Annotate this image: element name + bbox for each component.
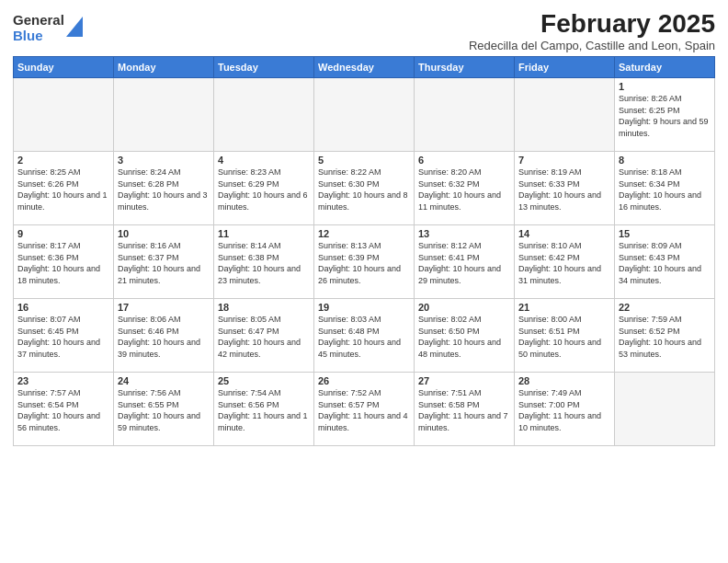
day-info: Sunrise: 7:54 AMSunset: 6:56 PMDaylight:…	[218, 388, 308, 432]
day-cell: 12 Sunrise: 8:13 AMSunset: 6:39 PMDaylig…	[314, 225, 415, 299]
empty-cell	[214, 78, 314, 152]
header-sunday: Sunday	[14, 57, 114, 78]
day-number: 4	[218, 155, 310, 166]
header-saturday: Saturday	[615, 57, 715, 78]
day-number: 6	[418, 155, 510, 166]
day-cell: 4 Sunrise: 8:23 AMSunset: 6:29 PMDayligh…	[214, 152, 314, 225]
calendar-row: 23 Sunrise: 7:57 AMSunset: 6:54 PMDaylig…	[14, 373, 715, 446]
day-info: Sunrise: 8:07 AMSunset: 6:45 PMDaylight:…	[17, 315, 100, 359]
day-cell: 15 Sunrise: 8:09 AMSunset: 6:43 PMDaylig…	[615, 225, 715, 299]
day-number: 14	[518, 228, 610, 239]
empty-cell	[14, 78, 114, 152]
calendar-row: 9 Sunrise: 8:17 AMSunset: 6:36 PMDayligh…	[14, 225, 715, 299]
day-info: Sunrise: 8:02 AMSunset: 6:50 PMDaylight:…	[418, 315, 501, 359]
day-info: Sunrise: 8:23 AMSunset: 6:29 PMDaylight:…	[218, 167, 308, 212]
day-number: 26	[318, 375, 410, 386]
day-cell: 9 Sunrise: 8:17 AMSunset: 6:36 PMDayligh…	[14, 225, 114, 299]
empty-cell	[515, 78, 615, 152]
day-number: 19	[318, 302, 410, 313]
day-cell: 22 Sunrise: 7:59 AMSunset: 6:52 PMDaylig…	[615, 299, 715, 373]
day-cell: 18 Sunrise: 8:05 AMSunset: 6:47 PMDaylig…	[214, 299, 314, 373]
day-info: Sunrise: 7:49 AMSunset: 7:00 PMDaylight:…	[518, 388, 601, 432]
day-info: Sunrise: 7:56 AMSunset: 6:55 PMDaylight:…	[118, 388, 200, 432]
day-cell: 26 Sunrise: 7:52 AMSunset: 6:57 PMDaylig…	[314, 373, 415, 446]
day-cell: 28 Sunrise: 7:49 AMSunset: 7:00 PMDaylig…	[515, 373, 615, 446]
empty-cell	[314, 78, 415, 152]
day-info: Sunrise: 7:51 AMSunset: 6:58 PMDaylight:…	[418, 388, 508, 432]
header: General Blue February 2025 Redecilla del…	[13, 9, 715, 52]
day-number: 3	[118, 155, 210, 166]
calendar-row: 2 Sunrise: 8:25 AMSunset: 6:26 PMDayligh…	[14, 152, 715, 225]
day-number: 11	[218, 228, 310, 239]
day-number: 25	[218, 375, 310, 386]
header-thursday: Thursday	[415, 57, 515, 78]
day-number: 18	[218, 302, 310, 313]
day-number: 21	[518, 302, 610, 313]
logo: General Blue	[13, 13, 83, 43]
day-info: Sunrise: 8:13 AMSunset: 6:39 PMDaylight:…	[318, 241, 401, 285]
calendar-row: 1 Sunrise: 8:26 AMSunset: 6:25 PMDayligh…	[14, 78, 715, 152]
day-cell: 27 Sunrise: 7:51 AMSunset: 6:58 PMDaylig…	[415, 373, 515, 446]
day-cell: 20 Sunrise: 8:02 AMSunset: 6:50 PMDaylig…	[415, 299, 515, 373]
day-cell: 19 Sunrise: 8:03 AMSunset: 6:48 PMDaylig…	[314, 299, 415, 373]
day-cell: 24 Sunrise: 7:56 AMSunset: 6:55 PMDaylig…	[114, 373, 214, 446]
month-title: February 2025	[469, 9, 715, 39]
empty-cell	[415, 78, 515, 152]
header-monday: Monday	[114, 57, 214, 78]
day-cell: 14 Sunrise: 8:10 AMSunset: 6:42 PMDaylig…	[515, 225, 615, 299]
header-friday: Friday	[515, 57, 615, 78]
day-cell: 25 Sunrise: 7:54 AMSunset: 6:56 PMDaylig…	[214, 373, 314, 446]
day-cell: 16 Sunrise: 8:07 AMSunset: 6:45 PMDaylig…	[14, 299, 114, 373]
day-cell: 17 Sunrise: 8:06 AMSunset: 6:46 PMDaylig…	[114, 299, 214, 373]
day-number: 22	[619, 302, 711, 313]
day-info: Sunrise: 8:17 AMSunset: 6:36 PMDaylight:…	[17, 241, 100, 285]
day-number: 17	[118, 302, 210, 313]
day-cell: 2 Sunrise: 8:25 AMSunset: 6:26 PMDayligh…	[14, 152, 114, 225]
day-number: 10	[118, 228, 210, 239]
day-cell: 10 Sunrise: 8:16 AMSunset: 6:37 PMDaylig…	[114, 225, 214, 299]
location: Redecilla del Campo, Castille and Leon, …	[469, 39, 715, 52]
day-cell: 11 Sunrise: 8:14 AMSunset: 6:38 PMDaylig…	[214, 225, 314, 299]
logo-blue: Blue	[13, 29, 64, 44]
day-number: 7	[518, 155, 610, 166]
day-number: 8	[619, 155, 711, 166]
day-info: Sunrise: 8:00 AMSunset: 6:51 PMDaylight:…	[518, 315, 601, 359]
day-number: 12	[318, 228, 410, 239]
day-number: 1	[619, 81, 711, 92]
calendar-row: 16 Sunrise: 8:07 AMSunset: 6:45 PMDaylig…	[14, 299, 715, 373]
day-number: 20	[418, 302, 510, 313]
day-number: 16	[17, 302, 109, 313]
day-cell: 7 Sunrise: 8:19 AMSunset: 6:33 PMDayligh…	[515, 152, 615, 225]
day-cell: 13 Sunrise: 8:12 AMSunset: 6:41 PMDaylig…	[415, 225, 515, 299]
day-info: Sunrise: 8:18 AMSunset: 6:34 PMDaylight:…	[619, 167, 701, 212]
header-wednesday: Wednesday	[314, 57, 415, 78]
calendar: Sunday Monday Tuesday Wednesday Thursday…	[13, 56, 715, 446]
day-info: Sunrise: 8:05 AMSunset: 6:47 PMDaylight:…	[218, 315, 301, 359]
weekday-header-row: Sunday Monday Tuesday Wednesday Thursday…	[14, 57, 715, 78]
day-number: 27	[418, 375, 510, 386]
day-info: Sunrise: 8:16 AMSunset: 6:37 PMDaylight:…	[118, 241, 200, 285]
day-number: 5	[318, 155, 410, 166]
day-number: 13	[418, 228, 510, 239]
day-info: Sunrise: 7:52 AMSunset: 6:57 PMDaylight:…	[318, 388, 408, 432]
day-cell: 6 Sunrise: 8:20 AMSunset: 6:32 PMDayligh…	[415, 152, 515, 225]
day-info: Sunrise: 8:26 AMSunset: 6:25 PMDaylight:…	[619, 94, 709, 138]
day-cell: 5 Sunrise: 8:22 AMSunset: 6:30 PMDayligh…	[314, 152, 415, 225]
day-number: 2	[17, 155, 109, 166]
day-cell: 8 Sunrise: 8:18 AMSunset: 6:34 PMDayligh…	[615, 152, 715, 225]
day-cell: 3 Sunrise: 8:24 AMSunset: 6:28 PMDayligh…	[114, 152, 214, 225]
day-number: 24	[118, 375, 210, 386]
day-info: Sunrise: 8:14 AMSunset: 6:38 PMDaylight:…	[218, 241, 301, 285]
empty-cell	[615, 373, 715, 446]
logo-general: General	[13, 13, 64, 29]
day-info: Sunrise: 8:25 AMSunset: 6:26 PMDaylight:…	[17, 167, 108, 212]
day-cell: 21 Sunrise: 8:00 AMSunset: 6:51 PMDaylig…	[515, 299, 615, 373]
day-info: Sunrise: 7:59 AMSunset: 6:52 PMDaylight:…	[619, 315, 701, 359]
day-number: 15	[619, 228, 711, 239]
day-info: Sunrise: 8:03 AMSunset: 6:48 PMDaylight:…	[318, 315, 401, 359]
day-info: Sunrise: 8:06 AMSunset: 6:46 PMDaylight:…	[118, 315, 200, 359]
day-info: Sunrise: 8:20 AMSunset: 6:32 PMDaylight:…	[418, 167, 501, 212]
empty-cell	[114, 78, 214, 152]
day-cell: 1 Sunrise: 8:26 AMSunset: 6:25 PMDayligh…	[615, 78, 715, 152]
day-info: Sunrise: 8:24 AMSunset: 6:28 PMDaylight:…	[118, 167, 208, 212]
